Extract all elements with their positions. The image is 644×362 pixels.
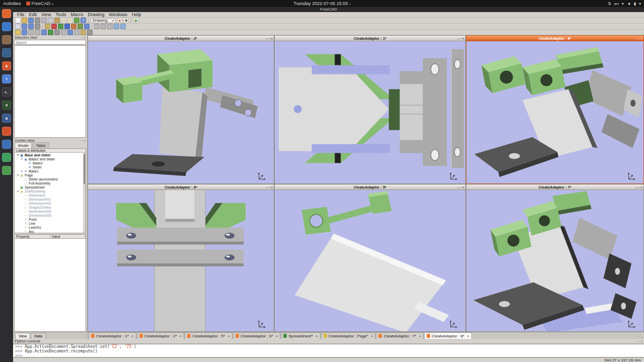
- close-panel-icon[interactable]: ×: [84, 36, 86, 39]
- view-rear-icon[interactable]: [71, 24, 76, 29]
- select-icon[interactable]: [15, 24, 21, 29]
- property-table-body[interactable]: [14, 239, 86, 332]
- maximize-icon[interactable]: ▫: [269, 185, 270, 190]
- project-info-icon[interactable]: [61, 30, 66, 35]
- float-panel-icon[interactable]: ▫: [81, 36, 82, 39]
- doc-tab-cleatsadaptor-6[interactable]: CleatsAdaptor : 6*×: [233, 332, 281, 339]
- close-icon[interactable]: ×: [640, 185, 642, 190]
- tree-item-base1[interactable]: ▸■Base1: [15, 169, 86, 173]
- minimize-icon[interactable]: ‒: [457, 185, 459, 190]
- 3d-viewport[interactable]: [88, 41, 274, 184]
- thunderbird-icon[interactable]: [2, 22, 11, 31]
- maximize-icon[interactable]: ▫: [269, 36, 270, 41]
- menu-view[interactable]: View: [39, 12, 53, 18]
- macro-stop-icon[interactable]: ■: [123, 18, 129, 23]
- window-titlebar[interactable]: FreeCAD: [13, 7, 644, 12]
- firefox-icon[interactable]: [2, 9, 11, 18]
- menu-macro[interactable]: Macro: [68, 12, 85, 18]
- new-drawing-page-icon[interactable]: [15, 30, 21, 35]
- doc-tab-cleatsadaptor-page[interactable]: CleatsAdaptor : Page*×: [321, 332, 376, 339]
- view-top-icon[interactable]: [58, 24, 63, 29]
- tree-item-base2[interactable]: ■Base2: [15, 161, 86, 165]
- clipping-plane-icon[interactable]: [101, 24, 106, 29]
- tree-item-slider-asonometric[interactable]: ▢Slider-asonometric: [15, 177, 86, 181]
- terminal-icon[interactable]: >_: [2, 87, 11, 97]
- 3d-viewport[interactable]: [466, 41, 643, 184]
- tree-item-page[interactable]: ▾▤Page: [15, 173, 86, 177]
- mdi-window-titlebar[interactable]: CleatsAdaptor : 8* ‒ ▫ ×: [466, 36, 643, 41]
- menu-edit[interactable]: Edit: [27, 12, 39, 18]
- toggle-visibility-icon[interactable]: [114, 24, 119, 29]
- files-icon[interactable]: [2, 35, 11, 44]
- tree-item-base-and-slider[interactable]: ▾▣Base and slider: [15, 153, 86, 157]
- close-panel-icon[interactable]: ×: [640, 340, 642, 343]
- close-icon[interactable]: ×: [276, 334, 278, 338]
- chevron-down-icon[interactable]: ▾: [622, 2, 624, 6]
- software-center-icon[interactable]: [2, 127, 11, 136]
- tree-item-dimension004[interactable]: ↔Dimension004: [15, 209, 86, 213]
- view-front-icon[interactable]: [51, 24, 57, 29]
- twisty-icon[interactable]: ▾: [16, 190, 20, 193]
- doc-tab-cleatsadaptor-2[interactable]: CleatsAdaptor : 2*×: [137, 332, 185, 339]
- maximize-icon[interactable]: ▫: [638, 36, 639, 41]
- help-icon[interactable]: ?: [2, 74, 11, 83]
- battery-icon[interactable]: ▮: [634, 2, 636, 6]
- tree-item-spreadsheet[interactable]: ▦Spreadsheet: [15, 185, 86, 189]
- maximize-icon[interactable]: ▫: [638, 185, 639, 190]
- minimize-icon[interactable]: ‒: [635, 36, 637, 41]
- measure-distance-icon[interactable]: [94, 24, 100, 29]
- tree-item-full-assembly[interactable]: ▢Full Assembly: [15, 181, 86, 185]
- view-right-icon[interactable]: [64, 24, 70, 29]
- macro-play-icon[interactable]: ▶: [133, 18, 139, 23]
- cut-icon[interactable]: [41, 18, 47, 23]
- insert-view-icon[interactable]: [22, 30, 27, 35]
- redo-icon[interactable]: ↻: [67, 18, 73, 23]
- print-icon[interactable]: [35, 18, 40, 23]
- shotwell-icon[interactable]: [2, 140, 11, 149]
- tab-model[interactable]: Model: [15, 142, 32, 148]
- twisty-icon[interactable]: ▸: [20, 169, 24, 172]
- zoom-selection-icon[interactable]: [28, 24, 34, 29]
- texture-icon[interactable]: [107, 24, 113, 29]
- twisty-icon[interactable]: ▾: [20, 157, 24, 160]
- minimize-icon[interactable]: ‒: [266, 36, 268, 41]
- annotation-icon[interactable]: [28, 30, 34, 35]
- 3d-viewport[interactable]: [275, 41, 465, 184]
- copy-icon[interactable]: [48, 18, 53, 23]
- system-chevron-icon[interactable]: ▾: [639, 2, 641, 6]
- minimize-icon[interactable]: ‒: [457, 36, 459, 41]
- draw-style-icon[interactable]: [35, 24, 40, 29]
- export-page-icon[interactable]: [54, 30, 60, 35]
- tree-item-dimension005[interactable]: ↔Dimension005: [15, 213, 86, 217]
- close-icon[interactable]: ×: [315, 334, 318, 338]
- doc-tab-cleatsadaptor-8[interactable]: CleatsAdaptor : 8*×: [424, 332, 472, 339]
- close-icon[interactable]: ×: [640, 36, 642, 41]
- selection-view-header[interactable]: Selection view ▫ ×: [13, 35, 87, 40]
- menu-drawing[interactable]: Drawing: [86, 12, 106, 18]
- volume-icon[interactable]: ◄: [627, 2, 631, 6]
- workbench-selector[interactable]: Drawing▾: [91, 18, 116, 23]
- close-panel-icon[interactable]: ×: [84, 139, 86, 142]
- tree-scrollbar[interactable]: [83, 153, 86, 233]
- libreoffice-writer-icon[interactable]: A: [2, 114, 11, 123]
- rhythmbox-icon[interactable]: [2, 48, 11, 57]
- close-icon[interactable]: ×: [180, 334, 182, 338]
- menu-windows[interactable]: Windows: [107, 12, 129, 18]
- twisty-icon[interactable]: ▾: [16, 153, 20, 156]
- doc-tab-cleatsadaptor-5[interactable]: CleatsAdaptor : 5*×: [185, 332, 232, 339]
- dimension-icon[interactable]: [87, 30, 93, 35]
- libreoffice-impress-icon[interactable]: A: [2, 61, 11, 70]
- tree-item-arc[interactable]: ◠Arc: [15, 229, 86, 233]
- 3d-viewport[interactable]: [88, 190, 274, 331]
- doc-tab-cleatsadaptor-7[interactable]: CleatsAdaptor : 7*×: [376, 332, 424, 339]
- minimize-icon[interactable]: ‒: [266, 185, 268, 190]
- new-file-icon[interactable]: [15, 18, 21, 23]
- mdi-window-titlebar[interactable]: CleatsAdaptor : 1* ‒ ▫ ×: [275, 36, 465, 41]
- close-icon[interactable]: ×: [419, 334, 421, 338]
- symbol-icon[interactable]: [74, 30, 79, 35]
- mdi-window-titlebar[interactable]: CleatsAdaptor : 2* ‒ ▫ ×: [88, 36, 274, 41]
- maximize-icon[interactable]: ▫: [460, 185, 461, 190]
- mdi-window-titlebar[interactable]: CleatsAdaptor : 6* ‒ ▫ ×: [88, 185, 274, 190]
- close-icon[interactable]: ×: [462, 185, 464, 190]
- view-left-icon[interactable]: [84, 24, 90, 29]
